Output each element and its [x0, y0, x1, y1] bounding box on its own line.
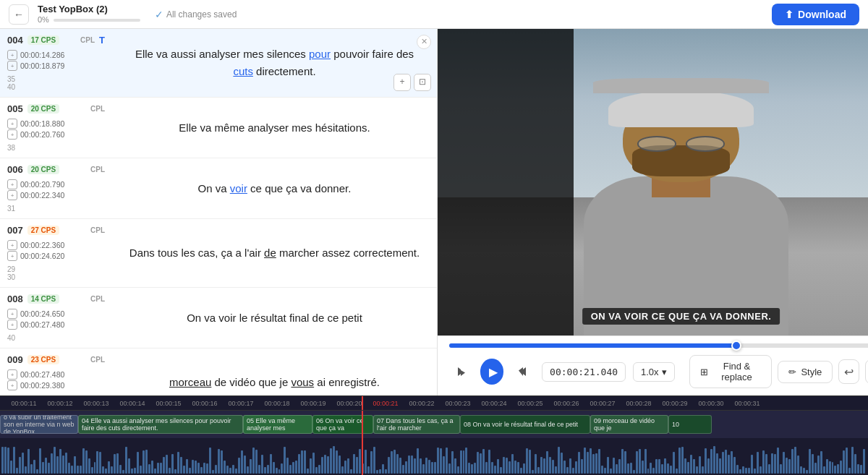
- clip-segment[interactable]: 07 Dans tous les cas, ça a l'air de marc…: [373, 415, 460, 434]
- undo-button[interactable]: ↩: [838, 359, 859, 384]
- row-text-004[interactable]: Elle va aussi analyser mes silences pour…: [112, 29, 437, 97]
- waveform-bar: [105, 468, 107, 474]
- waveform-bar: [595, 453, 597, 474]
- waveform-bar: [687, 462, 689, 474]
- waveform-bar: [48, 463, 50, 474]
- clip-segment[interactable]: 04 Elle va aussi analyser mes silences p…: [78, 415, 243, 434]
- subtitle-row[interactable]: 004 17 CPS CPL T + 00:00:14.286 + 00:00:…: [0, 29, 437, 98]
- waveform-bar: [226, 466, 229, 474]
- waveform-bar: [817, 455, 820, 474]
- waveform-bar: [739, 469, 741, 474]
- waveform-bar: [376, 470, 378, 474]
- waveform-bar: [119, 465, 122, 474]
- waveform-bar: [762, 450, 765, 474]
- download-label: Download: [798, 9, 846, 20]
- waveform-bar: [131, 468, 133, 474]
- seek-bar[interactable]: [449, 343, 868, 348]
- waveform-bar: [68, 463, 70, 474]
- waveform-bar: [745, 468, 747, 474]
- download-button[interactable]: ⬆ Download: [772, 4, 859, 25]
- waveform-bar: [491, 462, 493, 474]
- waveform-bar: [393, 450, 396, 474]
- row-text-008[interactable]: On va voir le résultat final de ce petit: [112, 288, 437, 348]
- waveform-bar: [814, 463, 817, 474]
- subtitle-row-007[interactable]: 007 27 CPS CPL + 00:00:22.360 + 00:00:24…: [0, 219, 437, 288]
- waveform-bar: [417, 448, 419, 474]
- rewind-button[interactable]: [449, 359, 473, 385]
- waveform-bar: [232, 465, 234, 474]
- waveform-bar: [203, 463, 205, 474]
- subtitle-row-008[interactable]: 008 14 CPS CPL + 00:00:24.650 + 00:00:27…: [0, 288, 437, 348]
- waveform-bar: [566, 467, 569, 474]
- waveform-bar: [713, 446, 715, 474]
- row-text-006[interactable]: On va voir ce que ça va donner.: [112, 158, 437, 218]
- clip-segment[interactable]: o va subir un traitement son en interne …: [0, 415, 78, 434]
- waveform-bar: [215, 465, 217, 474]
- row-number-004: 004 17 CPS CPL T: [7, 35, 105, 46]
- waveform-bar: [324, 455, 326, 474]
- waveform-bar: [803, 468, 805, 474]
- waveform-bar: [221, 450, 223, 474]
- style-button[interactable]: ✏ Style: [778, 361, 833, 383]
- waveform-bar: [693, 459, 695, 474]
- waveform-bar: [399, 458, 401, 474]
- redo-button[interactable]: ↪: [865, 359, 868, 384]
- clip-segment[interactable]: 06 On va voir ce que ça va: [312, 415, 373, 434]
- forward-button[interactable]: [511, 359, 535, 385]
- project-info: Test YopBox (2) 0%: [38, 4, 140, 25]
- waveform-bar: [154, 468, 156, 474]
- waveform-bar: [209, 448, 211, 474]
- clip-segment[interactable]: 08 On va voir le résultat final de ce pe…: [460, 415, 590, 434]
- add-segment-btn[interactable]: +: [393, 74, 411, 91]
- subtitle-row-005[interactable]: 005 20 CPS CPL + 00:00:18.880 + 00:00:20…: [0, 98, 437, 158]
- controls-row: ▶ 00:00:21.040 1.0x ▾ ⊞ Find & replace: [449, 355, 868, 388]
- clip-segment[interactable]: 09 morceau de vidéo que je: [590, 415, 668, 434]
- row-text-005[interactable]: Elle va même analyser mes hésitations.: [112, 98, 437, 158]
- play-button[interactable]: ▶: [480, 359, 504, 385]
- waveform-bar: [122, 470, 124, 474]
- subtitle-panel[interactable]: 004 17 CPS CPL T + 00:00:14.286 + 00:00:…: [0, 29, 438, 395]
- waveform-bar: [200, 467, 203, 474]
- subtitle-row-006[interactable]: 006 20 CPS CPL + 00:00:20.790 + 00:00:22…: [0, 158, 437, 219]
- waveform-bar: [705, 448, 707, 474]
- waveform-bar: [10, 461, 12, 474]
- waveform-bar: [258, 465, 260, 474]
- merge-btn[interactable]: ⊡: [414, 74, 431, 91]
- row-meta-005: 005 20 CPS CPL + 00:00:18.880 + 00:00:20…: [0, 98, 112, 158]
- back-button[interactable]: ←: [9, 4, 29, 25]
- waveform-bar: [370, 451, 373, 474]
- waveform-bar: [681, 447, 684, 474]
- waveform-bar: [428, 460, 430, 474]
- waveform-bar: [627, 463, 629, 474]
- find-replace-button[interactable]: ⊞ Find & replace: [689, 355, 773, 388]
- waveform-bar: [777, 448, 779, 474]
- waveform-bar: [771, 453, 773, 474]
- close-button-004[interactable]: ✕: [417, 35, 431, 49]
- progress-bar: [54, 19, 140, 22]
- waveform-bar: [558, 447, 560, 474]
- waveform-bar: [520, 468, 522, 474]
- time-out-icon: +: [7, 61, 17, 71]
- waveform-bar: [304, 450, 306, 474]
- waveform-bar: [192, 460, 194, 474]
- row-meta-008: 008 14 CPS CPL + 00:00:24.650 + 00:00:27…: [0, 288, 112, 348]
- subtitle-row-009[interactable]: 009 23 CPS CPL + 00:00:27.480 + 00:00:29…: [0, 348, 437, 395]
- waveform-bar: [408, 455, 410, 474]
- seek-handle[interactable]: [731, 341, 741, 351]
- row-text-009[interactable]: morceau de vidéo que je vous ai enregist…: [112, 348, 437, 395]
- row-text-007[interactable]: Dans tous les cas, ça a l'air de marcher…: [112, 219, 437, 287]
- waveform-bar: [284, 447, 286, 474]
- waveform-bar: [437, 448, 439, 474]
- waveform-bar: [555, 466, 557, 474]
- waveform-bar: [195, 461, 197, 474]
- speed-selector[interactable]: 1.0x ▾: [633, 362, 675, 382]
- waveform-bar: [186, 459, 188, 474]
- clip-segment[interactable]: 10: [668, 415, 712, 434]
- video-panel: ON VA VOIR CE QUE ÇA VA DONNER. ▶: [438, 29, 868, 395]
- waveform-bar: [569, 458, 571, 474]
- waveform-bar: [197, 463, 200, 474]
- video-subtitle: ON VA VOIR CE QUE ÇA VA DONNER.: [582, 308, 780, 325]
- waveform-bar: [812, 454, 814, 474]
- clip-segment[interactable]: 05 Elle va même analyser mes: [243, 415, 312, 434]
- time-out-icon-005: +: [7, 129, 17, 140]
